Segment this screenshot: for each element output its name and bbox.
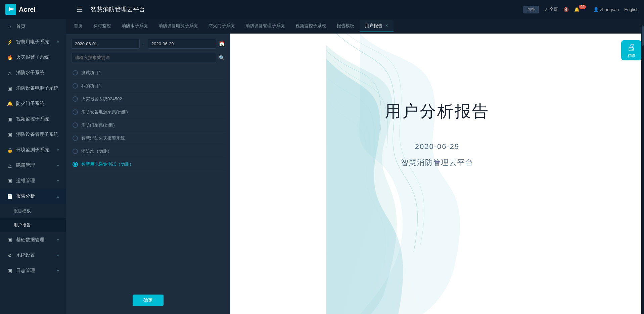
scrollbar-thumb[interactable]	[642, 25, 644, 46]
tab-realtime[interactable]: 实时监控	[88, 20, 116, 32]
calendar-icon[interactable]: 📅	[219, 41, 225, 47]
sidebar-item-system-settings[interactable]: ⚙ 系统设置 ▾	[0, 248, 66, 263]
sidebar-item-label: 报告模板	[13, 208, 31, 214]
chevron-down-icon: ▾	[57, 179, 59, 183]
sidebar-item-label: 系统设置	[16, 252, 35, 258]
tab-video[interactable]: 视频监控子系统	[290, 20, 331, 32]
tab-fire-power[interactable]: 消防设备电源子系统	[153, 20, 203, 32]
sidebar-item-env-monitor[interactable]: 🔒 环境监测子系统 ▾	[0, 142, 66, 158]
project-list-item[interactable]: 消防门采集(勿删)	[71, 119, 225, 132]
tab-fire-door[interactable]: 防火门子系统	[203, 20, 240, 32]
sidebar-item-report-template[interactable]: 报告模板	[0, 204, 66, 218]
chevron-up-icon: ▴	[57, 194, 59, 199]
switch-button[interactable]: 切换	[523, 6, 539, 13]
video-icon: ▣	[7, 116, 13, 122]
project-label: 消防门采集(勿删)	[81, 122, 115, 128]
report-icon: 📄	[7, 194, 13, 199]
project-list-item[interactable]: 消防设备电源采集(勿删)	[71, 106, 225, 119]
main-layout: ⌂ 首页 ⚡ 智慧用电子系统 ▾ 🔥 火灾报警子系统 △ 消防水子系统 ▣ 消防…	[0, 19, 644, 314]
menu-toggle-icon[interactable]: ☰	[77, 5, 83, 13]
sidebar: ⌂ 首页 ⚡ 智慧用电子系统 ▾ 🔥 火灾报警子系统 △ 消防水子系统 ▣ 消防…	[0, 19, 66, 314]
sidebar-item-report-analysis[interactable]: 📄 报告分析 ▴	[0, 189, 66, 204]
power-icon: ▣	[7, 86, 13, 91]
user-info-button[interactable]: 👤 zhangsan	[593, 7, 619, 12]
fire-icon: 🔥	[7, 55, 13, 60]
date-start-input[interactable]	[71, 39, 140, 49]
sidebar-item-label: 基础数据管理	[16, 237, 44, 243]
sidebar-item-label: 首页	[16, 23, 26, 30]
radio-circle	[73, 162, 78, 167]
chevron-down-icon: ▾	[57, 163, 59, 168]
audio-button[interactable]: 🔇	[563, 7, 569, 12]
project-list-item[interactable]: 智慧消防火灾报警系统	[71, 132, 225, 145]
search-icon[interactable]: 🔍	[219, 55, 225, 60]
sidebar-item-log-manage[interactable]: ▣ 日志管理 ▾	[0, 263, 66, 278]
logo-icon: ✄	[5, 4, 16, 15]
tab-user-report[interactable]: 用户报告 ✕	[360, 20, 394, 32]
tab-fire-water[interactable]: 消防水子系统	[116, 20, 153, 32]
report-preview: 用户分析报告 2020-06-29 智慧消防管理云平台	[230, 34, 644, 314]
sidebar-item-fire-water[interactable]: △ 消防水子系统	[0, 65, 66, 81]
radio-circle	[73, 136, 78, 141]
fullscreen-icon: ⤢	[544, 7, 548, 12]
device-icon: ▣	[7, 132, 13, 137]
sidebar-item-label: 消防水子系统	[16, 70, 44, 76]
log-icon: ▣	[7, 268, 13, 273]
print-label: 打印	[628, 53, 635, 58]
sidebar-item-label: 火灾报警子系统	[16, 54, 49, 60]
sidebar-item-label: 环境监测子系统	[16, 147, 49, 153]
date-end-input[interactable]	[148, 39, 216, 49]
right-scrollbar[interactable]	[641, 19, 644, 314]
tab-device-manage[interactable]: 消防设备管理子系统	[240, 20, 290, 32]
sidebar-item-smart-electric[interactable]: ⚡ 智慧用电子系统 ▾	[0, 34, 66, 50]
sidebar-item-fire-power[interactable]: ▣ 消防设备电源子系统	[0, 81, 66, 96]
project-list-item[interactable]: 火灾报警系统024502	[71, 93, 225, 106]
notification-badge: 99	[579, 5, 586, 9]
radio-inner	[74, 163, 77, 166]
settings-icon: ⚙	[7, 253, 13, 258]
sidebar-item-user-report[interactable]: 用户报告	[0, 218, 66, 232]
sidebar-item-basic-data[interactable]: ▣ 基础数据管理 ▾	[0, 232, 66, 248]
radio-circle	[73, 83, 78, 89]
door-icon: 🔔	[7, 101, 13, 106]
project-label: 智慧消防火灾报警系统	[81, 135, 125, 141]
sidebar-item-label: 日志管理	[16, 268, 35, 274]
project-list-item[interactable]: 消防水（勿删）	[71, 145, 225, 158]
sidebar-item-label: 消防设备管理子系统	[16, 132, 58, 138]
chevron-down-icon: ▾	[57, 148, 59, 152]
project-label: 消防设备电源采集(勿删)	[81, 109, 128, 115]
tab-label: 消防设备电源子系统	[158, 23, 198, 29]
confirm-button[interactable]: 确定	[133, 295, 164, 306]
tab-report-template[interactable]: 报告模板	[331, 20, 360, 32]
notification-button[interactable]: 🔔 99	[574, 7, 588, 12]
tab-label: 视频监控子系统	[295, 23, 326, 29]
danger-icon: △	[7, 163, 13, 168]
water-icon: △	[7, 70, 13, 75]
sidebar-item-label: 运维管理	[16, 178, 35, 184]
search-input[interactable]	[71, 53, 216, 62]
tab-close-icon[interactable]: ✕	[385, 23, 388, 28]
language-switcher[interactable]: English	[624, 7, 639, 12]
sidebar-item-fire-alarm[interactable]: 🔥 火灾报警子系统	[0, 50, 66, 65]
project-list-item[interactable]: 我的项目1	[71, 80, 225, 93]
printer-icon: 🖨	[627, 43, 635, 52]
project-list-item[interactable]: 智慧用电采集测试（勿删）	[71, 158, 225, 171]
home-icon: ⌂	[7, 24, 13, 29]
project-list-item[interactable]: 测试项目1	[71, 66, 225, 80]
tab-label: 用户报告	[365, 23, 382, 29]
sidebar-item-ops-manage[interactable]: ▣ 运维管理 ▾	[0, 173, 66, 189]
sidebar-item-video[interactable]: ▣ 视频监控子系统	[0, 111, 66, 127]
tab-label: 首页	[74, 23, 83, 29]
sidebar-item-fire-door[interactable]: 🔔 防火门子系统	[0, 96, 66, 111]
print-button[interactable]: 🖨 打印	[621, 40, 641, 60]
confirm-row: 确定	[71, 292, 225, 309]
project-label: 测试项目1	[81, 70, 101, 76]
fullscreen-button[interactable]: ⤢ 全屏	[544, 6, 558, 12]
tab-label: 消防水子系统	[122, 23, 148, 29]
sidebar-item-device-manage[interactable]: ▣ 消防设备管理子系统	[0, 127, 66, 142]
sidebar-item-hidden-danger[interactable]: △ 隐患管理 ▾	[0, 158, 66, 173]
page-content: ~ 📅 🔍 测试项目1我的项目1火灾报警系统024502消防设备电源采集(勿删)…	[66, 34, 644, 314]
tab-home[interactable]: 首页	[68, 20, 88, 32]
sidebar-item-home[interactable]: ⌂ 首页	[0, 19, 66, 34]
sidebar-item-label: 报告分析	[16, 193, 35, 199]
